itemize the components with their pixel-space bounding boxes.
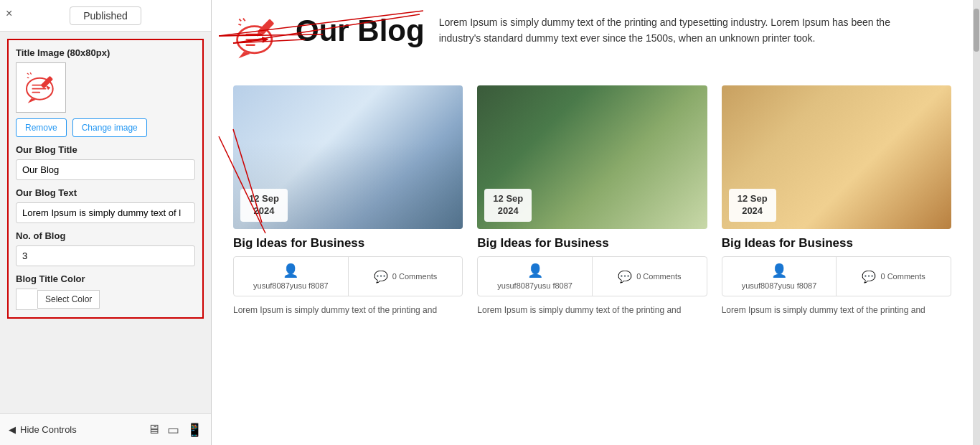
scrollbar-thumb [974, 9, 979, 52]
author-name: yusuf8087yusu f8087 [742, 281, 817, 290]
card-meta: 👤 yusuf8087yusu f8087 💬 0 Comments [233, 256, 463, 296]
hide-controls[interactable]: ◀ Hide Controls [9, 424, 77, 435]
meta-author: 👤 yusuf8087yusu f8087 [478, 257, 593, 296]
right-panel: Our Blog Lorem Ipsum is simply dummy tex… [212, 0, 973, 445]
blog-header-icon-svg [233, 14, 280, 61]
blog-card: 12 Sep2024 Big Ideas for Business 👤 yusu… [477, 85, 707, 317]
date-badge: 12 Sep2024 [240, 189, 288, 222]
card-excerpt: Lorem Ipsum is simply dummy text of the … [477, 304, 707, 317]
meta-comments: 💬 0 Comments [349, 257, 463, 296]
card-title: Big Ideas for Business [233, 236, 463, 250]
panel-header: × Published [0, 0, 211, 32]
blog-title-wrap: Our Blog [233, 14, 425, 64]
blog-text-input[interactable] [16, 202, 195, 223]
comments-count: 0 Comments [636, 272, 681, 281]
blog-title-color-label: Blog Title Color [16, 273, 195, 284]
card-title: Big Ideas for Business [722, 236, 951, 250]
blog-title-input[interactable] [16, 159, 195, 180]
close-button[interactable]: × [6, 7, 12, 20]
date-badge: 12 Sep2024 [484, 189, 532, 222]
blog-title-label: Our Blog Title [16, 144, 195, 155]
blog-cards-grid: 12 Sep2024 Big Ideas for Business 👤 yusu… [233, 85, 951, 317]
svg-line-8 [27, 78, 29, 78]
image-btn-row: Remove Change image [16, 118, 195, 137]
blog-header: Our Blog Lorem Ipsum is simply dummy tex… [233, 14, 951, 64]
svg-line-26 [243, 19, 245, 22]
panel-content: Title Image (80x80px) [0, 32, 211, 413]
card-excerpt: Lorem Ipsum is simply dummy text of the … [233, 304, 463, 317]
blog-icon-svg [23, 70, 59, 106]
mobile-icon[interactable]: 📱 [187, 422, 202, 438]
meta-comments: 💬 0 Comments [837, 257, 951, 296]
comment-icon: 💬 [618, 270, 632, 284]
published-button[interactable]: Published [70, 6, 141, 25]
blog-text-label: Our Blog Text [16, 187, 195, 198]
meta-author: 👤 yusuf8087yusu f8087 [234, 257, 349, 296]
card-title: Big Ideas for Business [477, 236, 707, 250]
svg-line-7 [30, 72, 32, 75]
card-image-wrap: 12 Sep2024 [233, 85, 463, 229]
card-image-wrap: 12 Sep2024 [722, 85, 951, 229]
blog-description: Lorem Ipsum is simply dummy text of the … [439, 14, 898, 47]
comments-count: 0 Comments [392, 272, 437, 281]
meta-author: 👤 yusuf8087yusu f8087 [722, 257, 837, 296]
view-icons: 🖥 ▭ 📱 [147, 422, 202, 438]
desktop-icon[interactable]: 🖥 [147, 422, 160, 438]
no-of-blog-label: No. of Blog [16, 230, 195, 241]
hide-controls-label: Hide Controls [20, 424, 77, 435]
left-panel: × Published Title Image (80x80px) [0, 0, 212, 445]
no-of-blog-input[interactable] [16, 245, 195, 266]
person-icon: 👤 [771, 263, 787, 278]
title-image-preview [16, 62, 66, 113]
svg-line-28 [239, 19, 241, 22]
settings-box: Title Image (80x80px) [7, 39, 204, 319]
card-meta: 👤 yusuf8087yusu f8087 💬 0 Comments [722, 256, 951, 296]
remove-button[interactable]: Remove [16, 118, 67, 137]
blog-header-icon [233, 14, 280, 64]
select-color-button[interactable]: Select Color [37, 290, 100, 309]
svg-line-27 [238, 24, 241, 25]
comment-icon: 💬 [862, 270, 876, 284]
right-scrollbar[interactable] [973, 0, 980, 445]
card-image-wrap: 12 Sep2024 [477, 85, 707, 229]
card-excerpt: Lorem Ipsum is simply dummy text of the … [722, 304, 951, 317]
meta-comments: 💬 0 Comments [593, 257, 707, 296]
author-name: yusuf8087yusu f8087 [253, 281, 329, 290]
arrow-left-icon: ◀ [9, 424, 16, 435]
date-badge: 12 Sep2024 [729, 189, 776, 222]
blog-title-color-section: Blog Title Color Select Color [16, 273, 195, 310]
change-image-button[interactable]: Change image [72, 118, 147, 137]
blog-card: 12 Sep2024 Big Ideas for Business 👤 yusu… [233, 85, 463, 317]
bottom-bar: ◀ Hide Controls 🖥 ▭ 📱 [0, 413, 211, 445]
title-image-label: Title Image (80x80px) [16, 47, 195, 58]
svg-marker-6 [46, 85, 51, 90]
blog-main-title: Our Blog [296, 14, 425, 47]
card-meta: 👤 yusuf8087yusu f8087 💬 0 Comments [477, 256, 707, 296]
blog-card: 12 Sep2024 Big Ideas for Business 👤 yusu… [722, 85, 951, 317]
svg-line-9 [27, 73, 29, 75]
comments-count: 0 Comments [880, 272, 925, 281]
person-icon: 👤 [283, 263, 298, 278]
color-swatch[interactable] [16, 289, 37, 310]
author-name: yusuf8087yusu f8087 [497, 281, 573, 290]
person-icon: 👤 [527, 263, 543, 278]
tablet-icon[interactable]: ▭ [167, 422, 179, 438]
comment-icon: 💬 [374, 270, 388, 284]
color-btn-row: Select Color [16, 289, 195, 310]
